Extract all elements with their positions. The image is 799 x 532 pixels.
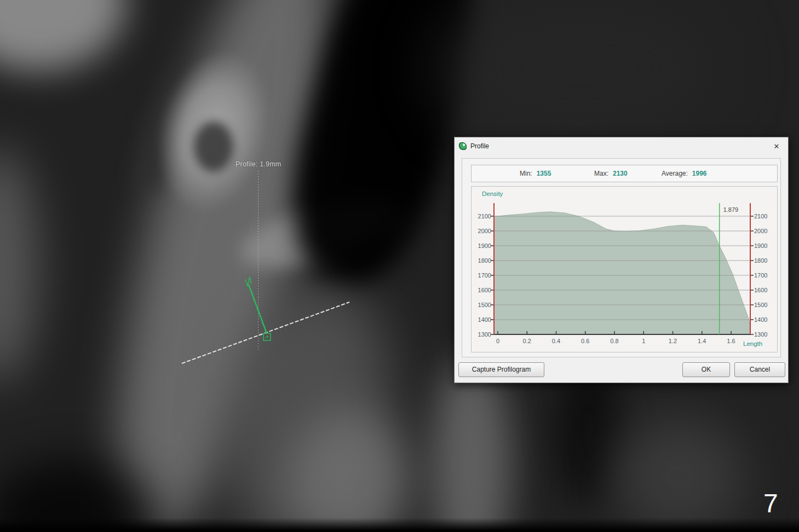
y-tick-label-left: 1600 (478, 287, 491, 293)
density-profile-chart: 1.87900.20.40.60.811.21.41.6130013001400… (471, 186, 778, 352)
y-tick-label-right: 1900 (754, 242, 767, 249)
y-tick-label-left: 1900 (478, 242, 491, 249)
y-axis-title: Density (482, 190, 503, 197)
x-tick-label: 1.2 (669, 338, 677, 344)
y-tick-label-left: 1700 (478, 272, 491, 279)
y-tick-label-right: 1800 (754, 257, 767, 264)
y-tick-label-right: 1600 (754, 287, 767, 293)
profile-measurement-line[interactable] (249, 285, 267, 333)
x-tick-label: 0.4 (552, 338, 560, 344)
app-logo-icon (459, 142, 467, 150)
stat-average: Average:1996 (662, 165, 707, 182)
y-tick-label-left: 1500 (478, 302, 491, 308)
stat-min-label: Min: (520, 170, 532, 177)
dialog-content-panel: Min:1355 Max:2130 Average:1996 1.87900.2… (462, 158, 781, 357)
chart-generated-layer: 1.87900.20.40.60.811.21.41.6130013001400… (478, 203, 768, 344)
y-tick-label-left: 2000 (478, 228, 491, 234)
profile-line-start-marker (245, 277, 251, 286)
x-tick-label: 0.8 (610, 338, 618, 344)
cursor-value-label: 1.879 (723, 206, 739, 213)
profile-chart-svg: 1.87900.20.40.60.811.21.41.6130013001400… (472, 187, 778, 352)
x-tick-label: 0 (496, 338, 499, 344)
profile-endpoint-tick (266, 336, 269, 339)
stat-min-value: 1355 (537, 170, 551, 177)
dialog-titlebar[interactable]: Profile ✕ (455, 137, 788, 155)
app-viewport: Profile: 1.9mm 7 Profile ✕ Min:1355 Max:… (0, 0, 799, 532)
profile-stats-bar: Min:1355 Max:2130 Average:1996 (471, 165, 778, 182)
ok-button[interactable]: OK (682, 362, 730, 377)
dialog-title: Profile (470, 142, 489, 150)
y-tick-label-right: 1300 (754, 331, 767, 338)
stat-max: Max:2130 (594, 165, 628, 182)
y-tick-label-left: 1400 (478, 316, 491, 323)
y-tick-label-left: 1800 (478, 257, 491, 264)
stat-average-value: 1996 (692, 170, 707, 177)
y-tick-label-right: 1400 (754, 316, 767, 323)
x-tick-label: 1.4 (698, 338, 706, 344)
x-tick-label: 0.6 (581, 338, 589, 344)
x-tick-label: 0.2 (523, 338, 531, 344)
y-tick-label-right: 2100 (754, 213, 767, 219)
reference-line[interactable] (182, 302, 349, 363)
stat-average-label: Average: (662, 170, 688, 177)
x-tick-label: 1 (642, 338, 645, 344)
x-axis-title: Length (743, 340, 762, 347)
y-tick-label-right: 1700 (754, 272, 767, 279)
stat-max-value: 2130 (613, 170, 628, 177)
page-number: 7 (763, 488, 778, 518)
y-tick-label-left: 2100 (478, 213, 491, 219)
y-tick-label-right: 1500 (754, 302, 767, 308)
profile-dialog: Profile ✕ Min:1355 Max:2130 Average:1996… (454, 137, 789, 383)
y-tick-label-left: 1300 (478, 331, 491, 338)
cancel-button[interactable]: Cancel (734, 362, 785, 377)
x-tick-label: 1.6 (727, 338, 735, 344)
profile-endpoint-handle[interactable] (263, 333, 271, 340)
y-tick-label-right: 2000 (754, 228, 767, 234)
stat-min: Min:1355 (520, 165, 551, 182)
capture-profilogram-button[interactable]: Capture Profilogram (458, 362, 544, 377)
profile-measurement-label: Profile: 1.9mm (235, 160, 281, 168)
density-area-series (494, 212, 750, 334)
stat-max-label: Max: (594, 170, 608, 177)
close-icon[interactable]: ✕ (769, 142, 784, 151)
